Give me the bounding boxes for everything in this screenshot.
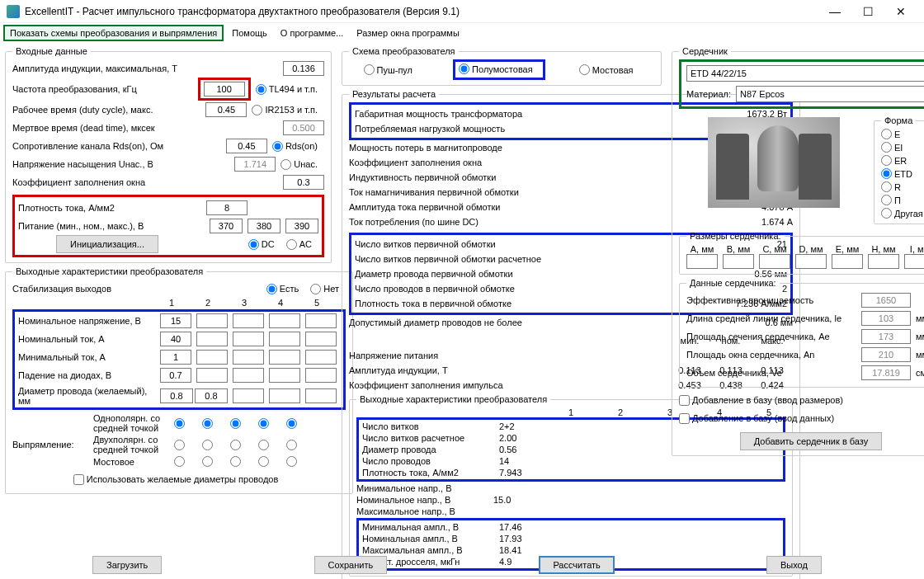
exit-button[interactable]: Выход <box>766 556 822 574</box>
amp-induction-input[interactable] <box>283 61 324 76</box>
dim-h[interactable] <box>868 254 899 269</box>
rad-tl494[interactable]: TL494 и т.п. <box>256 84 318 95</box>
init-button[interactable]: Инициализация... <box>56 235 158 253</box>
rect1-r1[interactable] <box>174 418 185 429</box>
material-select[interactable]: N87 Epcos▾ <box>736 86 924 102</box>
jcur-label: Плотность тока, А/мм2 <box>18 203 201 213</box>
core-select[interactable]: ETD 44/22/15▾ <box>686 65 924 82</box>
dim-c[interactable] <box>759 254 790 269</box>
supply-nom[interactable] <box>248 219 280 233</box>
kwin-input[interactable] <box>283 175 324 190</box>
rad-ac[interactable]: AC <box>286 239 312 250</box>
nom-volt-label: Номинальное напряжение, В <box>18 316 158 326</box>
rect1-r2[interactable] <box>202 418 213 429</box>
jcur-input[interactable] <box>206 200 248 215</box>
rad-ir2153[interactable]: IR2153 и т.п. <box>252 105 318 115</box>
output-group: Выходные характеристики преобразователя … <box>5 266 353 494</box>
supply-min[interactable] <box>210 219 243 233</box>
core-legend: Сердечник <box>679 46 731 56</box>
an-input[interactable] <box>861 347 911 362</box>
wired-1[interactable] <box>195 388 228 403</box>
chk-add-sizes[interactable]: Добавление в базу (ввод размеров) <box>679 395 843 406</box>
dim-d[interactable] <box>795 254 827 269</box>
form-er[interactable]: ER <box>881 155 924 166</box>
chk-add-data[interactable]: Добавление в базу (ввод данных) <box>679 413 834 424</box>
freq-input[interactable] <box>204 82 245 96</box>
menu-about[interactable]: О программе... <box>276 26 348 40</box>
form-r[interactable]: R <box>881 181 924 192</box>
minimize-button[interactable]: — <box>818 2 851 21</box>
rad-unas[interactable]: Uнас. <box>280 159 318 170</box>
rad-stab-yes[interactable]: Есть <box>266 284 299 294</box>
save-button[interactable]: Сохранить <box>314 556 388 574</box>
dim-i[interactable] <box>904 254 924 269</box>
freq-label: Частота преобразования, кГц <box>12 84 193 94</box>
nomv-1[interactable] <box>160 313 191 328</box>
nom-cur-label: Номинальный ток, А <box>18 334 158 344</box>
dead-input[interactable] <box>283 120 324 135</box>
inputs-legend: Входные данные <box>12 46 91 56</box>
scheme-group: Схема преобразователя Пуш-пул Полумостов… <box>342 46 662 86</box>
maximize-button[interactable]: ☐ <box>851 2 884 21</box>
rds-input[interactable] <box>226 139 267 153</box>
perm-input[interactable] <box>861 293 911 308</box>
form-other[interactable]: Другая <box>881 208 924 219</box>
form-p[interactable]: П <box>881 195 924 205</box>
nomv-5[interactable] <box>305 313 337 328</box>
ve-input[interactable] <box>861 365 911 380</box>
freq-frame <box>198 78 251 101</box>
output-legend: Выходные характеристики преобразователя <box>12 266 206 276</box>
calc-button[interactable]: Рассчитать <box>539 556 614 574</box>
dead-label: Мертвое время (dead time), мксек <box>12 123 278 133</box>
rad-bridge[interactable]: Мостовая <box>579 64 634 75</box>
nomc-1[interactable] <box>160 332 191 346</box>
add-core-button[interactable]: Добавить сердечник в базу <box>740 432 883 450</box>
close-button[interactable]: ✕ <box>884 2 917 21</box>
core-group: Сердечник ETD 44/22/15▾ Материал: N87 Ep… <box>672 46 924 456</box>
load-button[interactable]: Загрузить <box>92 556 162 574</box>
menu-schemes[interactable]: Показать схемы преобразования и выпрямле… <box>3 25 224 41</box>
wire-d-label: Диаметр провода (желаемый), мм <box>18 386 158 406</box>
form-etd[interactable]: ETD <box>881 168 924 179</box>
rad-pushpull[interactable]: Пуш-пул <box>364 64 413 75</box>
supply-label: Питание (мин., ном., макс.), В <box>18 221 205 231</box>
rds-label: Сопротивление канала Rds(on), Ом <box>12 141 221 151</box>
material-label: Материал: <box>686 89 731 99</box>
results-legend: Результаты расчета <box>349 89 439 99</box>
le-input[interactable] <box>861 311 911 326</box>
kwin-label: Коэффициент заполнения окна <box>12 177 278 187</box>
rad-dc[interactable]: DC <box>248 239 275 250</box>
nomv-3[interactable] <box>233 313 264 328</box>
rect1-r4[interactable] <box>258 418 269 429</box>
unas-input[interactable] <box>234 157 276 172</box>
rect1-r5[interactable] <box>286 418 297 429</box>
form-ei[interactable]: EI <box>881 142 924 153</box>
drop-1[interactable] <box>160 368 191 383</box>
dim-b[interactable] <box>723 254 754 269</box>
rect-label: Выпрямление: <box>12 440 87 450</box>
rad-stab-no[interactable]: Нет <box>310 284 339 294</box>
rect3-label: Мостовое <box>93 457 167 467</box>
supply-max[interactable] <box>285 219 318 233</box>
form-e[interactable]: E <box>881 129 924 139</box>
minc-1[interactable] <box>160 350 191 365</box>
wish-check[interactable]: Использовать желаемые диаметры проводов <box>73 474 279 485</box>
rect1-r3[interactable] <box>230 418 241 429</box>
rect2-label: Двухполярн. со средней точкой <box>93 435 167 454</box>
drop-label: Падение на диодах, В <box>18 370 158 380</box>
rad-halfbridge[interactable]: Полумостовая <box>459 64 533 74</box>
scheme-legend: Схема преобразователя <box>349 46 459 56</box>
dim-a[interactable] <box>686 254 718 269</box>
stab-label: Стабилизация выходов <box>12 284 262 294</box>
ae-input[interactable] <box>861 329 911 344</box>
rect1-label: Однополярн. со средней точкой <box>93 413 167 433</box>
wired-0[interactable] <box>160 388 193 403</box>
nomv-2[interactable] <box>196 313 228 328</box>
menu-help[interactable]: Помощь <box>227 26 272 40</box>
rad-rdson[interactable]: Rds(on) <box>272 141 318 152</box>
dim-e[interactable] <box>832 254 863 269</box>
min-cur-label: Минимальный ток, А <box>18 352 158 362</box>
duty-input[interactable] <box>205 102 247 117</box>
nomv-4[interactable] <box>269 313 300 328</box>
menu-winsize[interactable]: Размер окна программы <box>351 26 464 40</box>
